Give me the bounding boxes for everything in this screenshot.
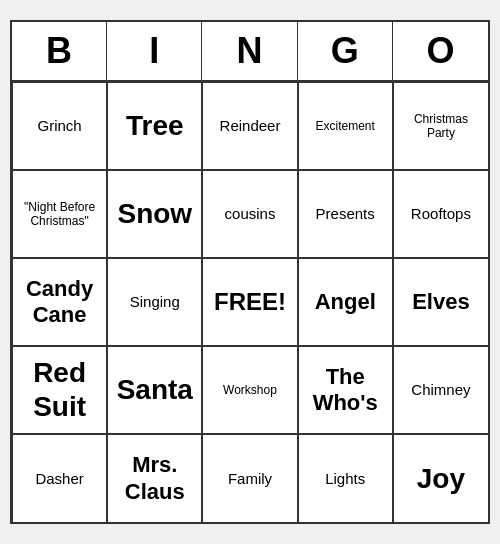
bingo-header: BINGO [12,22,488,82]
header-letter: I [107,22,202,80]
cell-text: Mrs. Claus [114,452,195,505]
cell-text: cousins [225,205,276,223]
bingo-cell: The Who's [298,346,393,434]
bingo-cell: Family [202,434,297,522]
header-letter: O [393,22,488,80]
cell-text: Red Suit [19,356,100,423]
bingo-cell: Excitement [298,82,393,170]
cell-text: Lights [325,470,365,488]
cell-text: Angel [315,289,376,315]
cell-text: Christmas Party [400,112,482,141]
bingo-cell: Santa [107,346,202,434]
bingo-cell: "Night Before Christmas" [12,170,107,258]
bingo-cell: Presents [298,170,393,258]
bingo-cell: Grinch [12,82,107,170]
bingo-cell: Elves [393,258,488,346]
bingo-cell: Singing [107,258,202,346]
bingo-cell: Tree [107,82,202,170]
bingo-cell: Mrs. Claus [107,434,202,522]
bingo-cell: FREE! [202,258,297,346]
header-letter: N [202,22,297,80]
cell-text: Grinch [38,117,82,135]
cell-text: Presents [316,205,375,223]
bingo-grid: GrinchTreeReindeerExcitementChristmas Pa… [12,82,488,522]
cell-text: Elves [412,289,470,315]
bingo-cell: cousins [202,170,297,258]
cell-text: Rooftops [411,205,471,223]
cell-text: Family [228,470,272,488]
cell-text: Excitement [316,119,375,133]
bingo-cell: Snow [107,170,202,258]
cell-text: "Night Before Christmas" [19,200,100,229]
bingo-cell: Candy Cane [12,258,107,346]
bingo-card: BINGO GrinchTreeReindeerExcitementChrist… [10,20,490,524]
header-letter: B [12,22,107,80]
cell-text: Joy [417,462,465,496]
bingo-cell: Joy [393,434,488,522]
bingo-cell: Red Suit [12,346,107,434]
cell-text: Santa [117,373,193,407]
bingo-cell: Lights [298,434,393,522]
bingo-cell: Chimney [393,346,488,434]
cell-text: Snow [117,197,192,231]
cell-text: Candy Cane [19,276,100,329]
header-letter: G [298,22,393,80]
bingo-cell: Workshop [202,346,297,434]
bingo-cell: Rooftops [393,170,488,258]
bingo-cell: Reindeer [202,82,297,170]
cell-text: Singing [130,293,180,311]
bingo-cell: Christmas Party [393,82,488,170]
cell-text: The Who's [305,364,386,417]
cell-text: Tree [126,109,184,143]
bingo-cell: Dasher [12,434,107,522]
cell-text: Workshop [223,383,277,397]
cell-text: Dasher [35,470,83,488]
cell-text: FREE! [214,288,286,317]
cell-text: Chimney [411,381,470,399]
bingo-cell: Angel [298,258,393,346]
cell-text: Reindeer [220,117,281,135]
